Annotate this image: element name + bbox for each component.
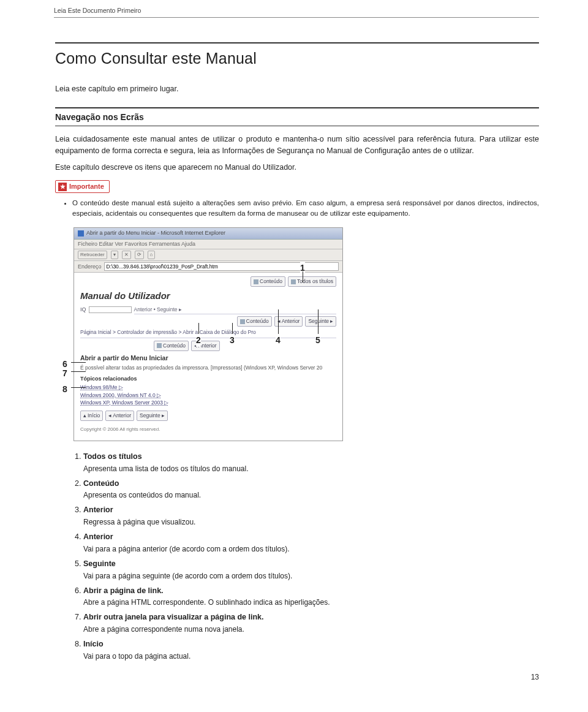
callout-3: 3 xyxy=(230,334,235,347)
star-icon: ★ xyxy=(58,183,67,191)
callout-line xyxy=(198,323,199,334)
nav-icon[interactable]: ✕ xyxy=(122,251,131,259)
def-term: Anterior xyxy=(83,506,113,514)
copyright: Copyright © 2006 All rights reserved. xyxy=(80,426,336,433)
importante-label: Importante xyxy=(69,181,104,192)
def-item: Abrir outra janela para visualizar a pág… xyxy=(83,612,539,635)
callout-line xyxy=(71,371,86,372)
doc-icon xyxy=(254,279,258,284)
callout-4: 4 xyxy=(276,334,281,347)
callout-line xyxy=(318,309,318,334)
breadcrumb: Página Inicial > Controlador de impressã… xyxy=(80,328,336,338)
iq-label: IQ xyxy=(80,306,86,314)
list-icon xyxy=(291,279,296,284)
def-item: AnteriorVai para a página anterior (de a… xyxy=(83,531,539,555)
def-term: Início xyxy=(83,640,104,648)
crumb-nav: Anterior • Seguinte ▸ xyxy=(134,306,336,315)
def-desc: Regressa à página que visualizou. xyxy=(83,517,539,528)
page-number: 13 xyxy=(531,672,539,683)
topics-title: Tópicos relacionados xyxy=(80,375,336,384)
def-term: Todos os títulos xyxy=(83,452,142,461)
browser-window: Abrir a partir do Menu Iniciar - Microso… xyxy=(74,227,343,441)
conteudo-button-inner[interactable]: Conteúdo xyxy=(154,341,189,351)
doc-icon xyxy=(240,319,245,324)
intro-text: Leia este capítulo em primeiro lugar. xyxy=(55,83,539,95)
manual-title: Manual do Utilizador xyxy=(80,289,336,303)
conteudo-button-mid[interactable]: Conteúdo xyxy=(237,316,272,327)
callout-line xyxy=(303,271,303,282)
def-desc: Vai para a página anterior (de acordo co… xyxy=(83,543,539,555)
callout-2: 2 xyxy=(196,334,201,347)
doc-icon xyxy=(157,343,162,348)
def-item: SeguinteVai para a página seguinte (de a… xyxy=(83,558,539,581)
arrow-left-icon: ◂ xyxy=(108,412,111,420)
window-title: Abrir a partir do Menu Iniciar - Microso… xyxy=(86,229,225,238)
browser-toolbar: Retroceder ▾ ✕ ⟳ ⌂ xyxy=(74,249,342,261)
def-item: Abrir a página de link.Abre a página HTM… xyxy=(83,585,539,608)
related-link[interactable]: Windows 98/Me ▷ xyxy=(80,384,336,392)
browser-titlebar: Abrir a partir do Menu Iniciar - Microso… xyxy=(74,228,342,240)
running-header: Leia Este Documento Primeiro xyxy=(54,6,539,18)
def-term: Seguinte xyxy=(83,559,116,568)
inner-text: É possível alterar todas as propriedades… xyxy=(80,365,336,371)
address-label: Endereço xyxy=(78,263,102,271)
conteudo-label: Conteúdo xyxy=(260,278,282,286)
figure: Abrir a partir do Menu Iniciar - Microso… xyxy=(74,227,343,441)
def-desc: Vai para o topo da página actual. xyxy=(83,651,539,662)
anterior-button-inner[interactable]: ◂Anterior xyxy=(191,341,220,351)
conteudo-button-top[interactable]: Conteúdo xyxy=(251,276,285,287)
browser-content: Conteúdo Todos os títulos Manual do Util… xyxy=(74,273,342,441)
callout-line xyxy=(71,387,86,388)
section-heading: Navegação nos Ecrãs xyxy=(55,107,539,126)
disclaimer-bullet: O conteúdo deste manual está sujeito a a… xyxy=(72,198,539,219)
search-box[interactable] xyxy=(89,306,132,313)
up-arrow-icon: ▴ xyxy=(83,412,86,420)
def-desc: Abre a página correspondente numa nova j… xyxy=(83,624,539,635)
callout-7: 7 xyxy=(62,367,67,380)
seguinte-button-mid[interactable]: Seguinte▸ xyxy=(305,316,336,327)
nav-icon[interactable]: ⟳ xyxy=(135,251,144,259)
arrow-right-icon: ▸ xyxy=(330,317,333,325)
def-desc: Apresenta os conteúdos do manual. xyxy=(83,490,539,501)
inicio-label: Início xyxy=(88,412,100,420)
def-term: Abrir outra janela para visualizar a pág… xyxy=(83,613,264,621)
definitions-list: Todos os títulosApresenta uma lista de t… xyxy=(55,451,539,662)
arrow-right-icon: ▸ xyxy=(162,412,165,420)
nav-icon[interactable]: ⌂ xyxy=(148,251,156,259)
def-term: Abrir a página de link. xyxy=(83,586,164,595)
related-link[interactable]: Windows 2000, Windows NT 4.0 ▷ xyxy=(80,392,336,400)
callout-8: 8 xyxy=(62,383,67,396)
nav-icon[interactable]: ▾ xyxy=(111,251,118,259)
anterior-label: Anterior xyxy=(198,342,217,350)
def-desc: Vai para a página seguinte (de acordo co… xyxy=(83,570,539,581)
paragraph-2: Este capítulo descreve os itens que apar… xyxy=(55,162,539,173)
anterior-label: Anterior xyxy=(282,317,300,325)
conteudo-label: Conteúdo xyxy=(163,342,186,350)
inner-title: Abrir a partir do Menu Iniciar xyxy=(80,354,336,363)
callout-line xyxy=(278,309,279,334)
inicio-button[interactable]: ▴Início xyxy=(80,411,103,421)
importante-badge: ★ Importante xyxy=(55,180,110,193)
back-button[interactable]: Retroceder xyxy=(78,251,107,259)
page-title: Como Consultar este Manual xyxy=(55,42,539,70)
related-link[interactable]: Windows XP, Windows Server 2003 ▷ xyxy=(80,399,336,407)
callout-line xyxy=(71,362,86,363)
anterior-button-bottom[interactable]: ◂Anterior xyxy=(105,411,134,421)
callout-5: 5 xyxy=(315,334,320,347)
def-item: AnteriorRegressa à página que visualizou… xyxy=(83,504,539,528)
def-item: ConteúdoApresenta os conteúdos do manual… xyxy=(83,478,539,501)
ie-icon xyxy=(78,230,84,237)
def-desc: Apresenta uma lista de todos os títulos … xyxy=(83,463,539,474)
def-desc: Abre a página HTML correspondente. O sub… xyxy=(83,597,539,608)
conteudo-label: Conteúdo xyxy=(246,317,269,325)
browser-menubar: Ficheiro Editar Ver Favoritos Ferramenta… xyxy=(74,240,342,250)
seguinte-label: Seguinte xyxy=(308,317,329,325)
seguinte-label: Seguinte xyxy=(140,412,160,420)
seguinte-button-bottom[interactable]: Seguinte▸ xyxy=(137,411,168,421)
callout-line xyxy=(232,323,233,334)
def-term: Anterior xyxy=(83,532,113,541)
def-item: InícioVai para o topo da página actual. xyxy=(83,638,539,662)
def-term: Conteúdo xyxy=(83,479,119,488)
todos-titulos-button[interactable]: Todos os títulos xyxy=(288,276,336,287)
def-item: Todos os títulosApresenta uma lista de t… xyxy=(83,451,539,474)
